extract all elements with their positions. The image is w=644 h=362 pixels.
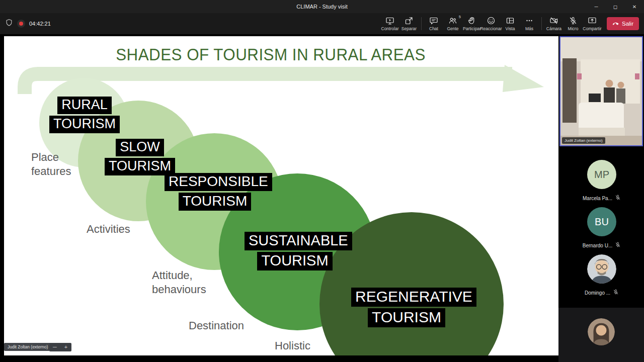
- participant-name: Marcela Pa...: [583, 196, 612, 201]
- participant-name: Domingo ...: [585, 290, 610, 296]
- avatar-initials: BU: [587, 207, 616, 236]
- avatar-photo: [587, 254, 616, 284]
- people-icon: 5: [448, 16, 457, 25]
- active-speaker-name: Judit Zoltan (externo): [562, 137, 605, 144]
- axis-label-holistic: Holistic: [275, 339, 310, 353]
- label-rural-tourism: RURAL TOURISM: [34, 97, 135, 135]
- toolbar-item-reaccionar[interactable]: Reaccionar: [481, 16, 501, 31]
- popout-icon: [405, 16, 414, 25]
- hang-up-icon: [612, 20, 619, 28]
- camera-off-icon: [549, 16, 558, 25]
- slide-title: SHADES OF TOURISM IN RURAL AREAS: [104, 45, 438, 64]
- meeting-toolbar: 04:42:21 Controlar Separar Chat 5: [0, 13, 644, 34]
- leave-button[interactable]: Salir: [607, 17, 639, 30]
- maximize-button[interactable]: ◻: [606, 0, 625, 13]
- minimize-button[interactable]: ─: [587, 0, 606, 13]
- window-title-bar: CLIMAR - Study visit ─ ◻ ✕: [0, 0, 644, 13]
- mic-muted-icon: [615, 241, 621, 250]
- toolbar-controls: Controlar Separar Chat 5 Gente: [380, 13, 639, 34]
- label-responsible-tourism: RESPONSIBLE TOURISM: [165, 173, 265, 212]
- raise-hand-icon: [467, 16, 476, 25]
- share-icon: [588, 16, 597, 25]
- mic-muted-icon: [613, 288, 619, 297]
- toolbar-item-separar[interactable]: Separar: [399, 16, 419, 31]
- chat-icon: [429, 16, 438, 25]
- axis-label-place-features: Place features: [31, 150, 71, 178]
- reaction-icon: [487, 16, 496, 25]
- participant-tile-domingo[interactable]: Domingo ...: [558, 254, 644, 297]
- toolbar-item-vista[interactable]: Vista: [501, 16, 520, 31]
- toolbar-divider: [421, 17, 422, 30]
- toolbar-item-controlar[interactable]: Controlar: [380, 16, 399, 31]
- toolbar-item-mas[interactable]: Más: [520, 16, 539, 31]
- zoom-controls: ─ +: [49, 343, 71, 351]
- label-regenerative-tourism: REGENERATIVE TOURISM: [351, 288, 462, 329]
- label-slow-tourism: SLOW TOURISM: [90, 139, 190, 177]
- toolbar-item-chat[interactable]: Chat: [424, 16, 443, 31]
- axis-label-activities: Activities: [87, 222, 130, 236]
- participant-tile-marcela[interactable]: MP Marcela Pa...: [558, 160, 644, 203]
- window-title: CLIMAR - Study visit: [0, 4, 644, 10]
- screen-control-icon: [385, 16, 394, 25]
- close-button[interactable]: ✕: [625, 0, 644, 13]
- mic-off-icon: [569, 16, 578, 25]
- people-count-badge: 5: [459, 15, 461, 19]
- meeting-status: 04:42:21: [5, 13, 51, 34]
- active-speaker-video-tile[interactable]: Judit Zoltan (externo): [559, 36, 643, 146]
- more-icon: [525, 16, 534, 25]
- label-sustainable-tourism: SUSTAINABLE TOURISM: [245, 232, 345, 272]
- meeting-timer: 04:42:21: [29, 21, 51, 27]
- axis-label-attitude-behaviours: Attitude, behaviours: [152, 268, 206, 296]
- participant-tile-bottom[interactable]: [558, 308, 644, 362]
- axis-label-destination: Destination: [189, 319, 244, 333]
- shield-icon: [5, 19, 13, 29]
- view-icon: [506, 16, 515, 25]
- leave-button-label: Salir: [622, 21, 633, 27]
- toolbar-item-compartir[interactable]: Compartir: [583, 16, 602, 31]
- avatar-photo: [588, 318, 615, 345]
- window-controls: ─ ◻ ✕: [587, 0, 644, 13]
- toolbar-item-gente[interactable]: 5 Gente: [443, 16, 462, 31]
- recording-indicator-icon: [17, 20, 25, 28]
- presenter-name-pill: Judit Zoltan (externo): [4, 343, 51, 351]
- zoom-in-button[interactable]: +: [60, 343, 71, 351]
- participant-name: Bernardo U...: [583, 243, 612, 248]
- avatar-initials: MP: [587, 160, 616, 189]
- toolbar-divider: [541, 17, 542, 30]
- toolbar-item-participar[interactable]: Participar: [462, 16, 481, 31]
- participant-tile-bernardo[interactable]: BU Bernardo U...: [558, 207, 644, 250]
- shared-screen-slide: SHADES OF TOURISM IN RURAL AREAS RURAL T…: [4, 36, 558, 355]
- toolbar-item-micro[interactable]: Micro: [564, 16, 583, 31]
- zoom-out-button[interactable]: ─: [49, 343, 60, 351]
- video-scene: [560, 37, 642, 145]
- mic-muted-icon: [615, 194, 621, 203]
- toolbar-item-camara[interactable]: Cámara: [544, 16, 564, 31]
